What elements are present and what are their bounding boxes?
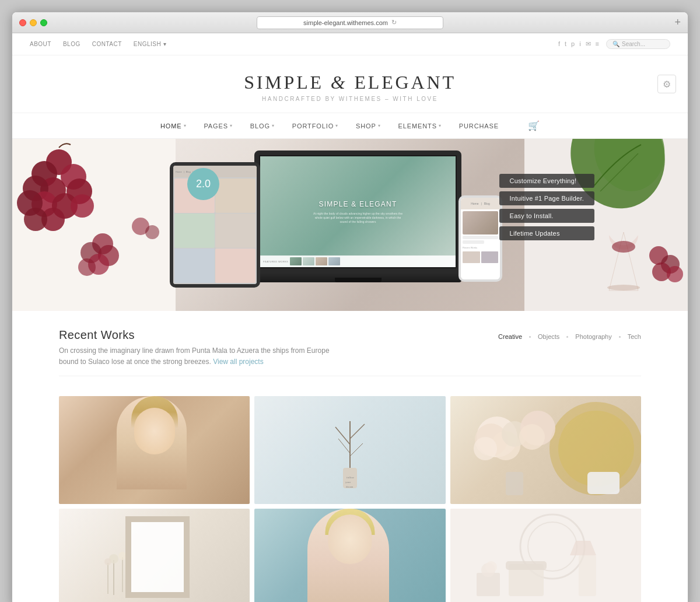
svg-point-21: [607, 285, 640, 290]
svg-line-29: [350, 424, 365, 439]
phone-text-1: [463, 236, 498, 239]
laptop-tagline: At night the body of clouds advancing hi…: [312, 212, 405, 224]
svg-rect-54: [131, 522, 184, 592]
feature-badge-1: Customize Everything!: [499, 174, 594, 188]
phone-header: Home|Blog: [461, 198, 500, 209]
blog-link[interactable]: BLOG: [63, 41, 80, 47]
phone-content: Recent Works: [461, 209, 500, 265]
filter-tech[interactable]: Tech: [628, 333, 641, 340]
recent-works-header: Recent Works On crossing the imaginary l…: [59, 328, 641, 368]
title-part1: SIMPLE: [244, 72, 324, 93]
search-bar[interactable]: 🔍 Search...: [606, 39, 670, 49]
featured-images: [290, 257, 340, 265]
svg-point-26: [667, 266, 683, 282]
nav-purchase[interactable]: PURCHASE: [459, 123, 499, 130]
portfolio-item-3[interactable]: [450, 396, 641, 504]
filter-photography[interactable]: Photography: [575, 333, 611, 340]
pinterest-icon[interactable]: p: [571, 40, 575, 48]
laptop-featured-section: FEATURED WORKS: [260, 256, 456, 267]
new-tab-button[interactable]: +: [674, 16, 681, 29]
svg-text:follow: follow: [346, 476, 354, 479]
featured-img-2: [303, 257, 314, 265]
laptop-base: [254, 273, 461, 282]
nav-portfolio[interactable]: PORTFOLIO ▾: [292, 123, 338, 130]
nav-home[interactable]: HOME ▾: [160, 123, 186, 130]
svg-text:dream: dream: [346, 485, 354, 488]
nav-pages[interactable]: PAGES ▾: [204, 123, 232, 130]
portfolio-item-1[interactable]: [59, 396, 250, 504]
refresh-icon[interactable]: ↻: [391, 19, 397, 26]
filter-objects[interactable]: Objects: [538, 333, 559, 340]
instagram-icon[interactable]: i: [579, 40, 580, 48]
view-all-link[interactable]: View all projects: [213, 358, 263, 366]
portfolio-grid: follow your dream: [12, 396, 688, 602]
traffic-lights: [19, 19, 47, 26]
top-right-area: f t p i ✉ ≡ 🔍 Search...: [558, 39, 670, 49]
top-navigation: ABOUT BLOG CONTACT ENGLISH ▾: [30, 41, 166, 47]
nav-blog[interactable]: BLOG ▾: [250, 123, 275, 130]
site-title: SIMPLE & ELEGANT: [12, 72, 688, 93]
svg-rect-59: [506, 561, 547, 570]
room-svg: [450, 509, 641, 602]
featured-label: FEATURED WORKS: [263, 260, 288, 263]
social-icons: f t p i ✉ ≡: [558, 40, 599, 48]
phone-mini-1: [463, 251, 480, 263]
language-selector[interactable]: ENGLISH ▾: [134, 41, 166, 47]
feature-badge-3: Easy to Install.: [499, 209, 594, 223]
laptop-screen: SIMPLE & ELEGANT At night the body of cl…: [260, 156, 456, 267]
settings-button[interactable]: ⚙: [657, 75, 676, 93]
contact-link[interactable]: CONTACT: [92, 41, 122, 47]
email-icon[interactable]: ✉: [586, 40, 591, 48]
portfolio-item-2[interactable]: follow your dream: [254, 396, 445, 504]
svg-point-22: [612, 241, 635, 253]
frame-svg: [96, 509, 213, 602]
nav-shop[interactable]: SHOP ▾: [356, 123, 381, 130]
browser-titlebar: simple-elegant.withemes.com ↻ +: [12, 12, 688, 33]
svg-point-11: [24, 208, 47, 231]
recent-works-left: Recent Works On crossing the imaginary l…: [59, 328, 339, 368]
flowers-svg: [450, 396, 641, 504]
tablet-cell-4: [215, 214, 256, 248]
portrait2-scene: [254, 509, 445, 602]
phone-mini-2: [481, 251, 499, 263]
facebook-icon[interactable]: f: [558, 40, 560, 48]
svg-point-62: [485, 561, 497, 573]
svg-line-31: [350, 443, 363, 456]
portfolio-item-4[interactable]: [59, 509, 250, 602]
svg-point-42: [474, 437, 497, 460]
branch-svg: follow your dream: [327, 410, 373, 491]
maximize-button[interactable]: [40, 19, 47, 26]
hero-left-decoration: [12, 139, 176, 311]
laptop-mockup: SIMPLE & ELEGANT At night the body of cl…: [254, 150, 461, 288]
nav-elements[interactable]: ELEMENTS ▾: [398, 123, 442, 130]
portfolio-item-5[interactable]: [254, 509, 445, 602]
phone-mini-grid: [463, 251, 498, 263]
version-badge: 2.0: [187, 168, 219, 200]
laptop-notch: [335, 278, 382, 282]
site-subtitle: HANDCRAFTED BY WITHEMES – WITH LOVE: [12, 96, 688, 102]
svg-point-9: [71, 194, 94, 218]
portfolio-filters: Creative Objects Photography Tech: [498, 333, 641, 340]
portfolio-item-6[interactable]: [450, 509, 641, 602]
vase-scene: follow your dream: [254, 396, 445, 504]
filter-creative[interactable]: Creative: [498, 333, 522, 340]
svg-rect-46: [506, 472, 523, 495]
recent-works-title: Recent Works: [59, 328, 339, 342]
filter-sep-3: [619, 336, 621, 338]
search-placeholder: Search...: [622, 41, 645, 47]
search-icon: 🔍: [612, 41, 620, 47]
svg-point-50: [118, 552, 127, 560]
address-bar[interactable]: simple-elegant.withemes.com ↻: [257, 16, 443, 29]
about-link[interactable]: ABOUT: [30, 41, 51, 47]
minimize-button[interactable]: [30, 19, 37, 26]
laptop-screen-outer: SIMPLE & ELEGANT At night the body of cl…: [254, 150, 461, 273]
rss-icon[interactable]: ≡: [596, 40, 599, 48]
close-button[interactable]: [19, 19, 26, 26]
feature-badges: Customize Everything! Intuitive #1 Page …: [499, 174, 594, 240]
svg-point-18: [145, 225, 159, 239]
phone-text-2: [463, 240, 484, 244]
phone-recent-label: Recent Works: [463, 246, 498, 249]
twitter-icon[interactable]: t: [565, 40, 566, 48]
cart-icon[interactable]: 🛒: [528, 120, 540, 131]
tablet-cell-6: [215, 249, 256, 283]
